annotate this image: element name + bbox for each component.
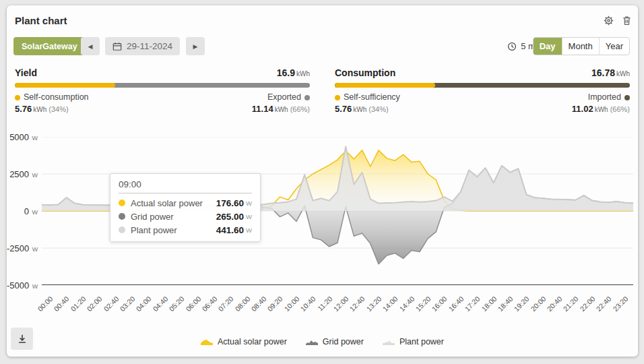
prev-day-button[interactable]: ◀ bbox=[81, 37, 100, 55]
tooltip-row: Plant power441.60W bbox=[110, 223, 260, 237]
consumption-left-value: 5.76kWh(34%) bbox=[335, 104, 389, 114]
y-tick-label: 2500 W bbox=[7, 168, 38, 180]
yield-split-bar bbox=[15, 83, 310, 88]
legend-item-grid[interactable]: Grid power bbox=[306, 337, 364, 346]
y-tick-label: -5000 W bbox=[7, 279, 38, 291]
next-day-button[interactable]: ▶ bbox=[186, 37, 205, 55]
summary-section: Yield 16.9kWh Self-consumption Exported … bbox=[15, 67, 630, 114]
consumption-left-label: Self-sufficiency bbox=[335, 92, 400, 102]
date-picker-button[interactable]: 29-11-2024 bbox=[105, 37, 180, 55]
tooltip-row: Actual solar power176.60W bbox=[110, 196, 260, 210]
consumption-right-value: 11.02kWh(66%) bbox=[572, 104, 630, 114]
tab-year[interactable]: Year bbox=[599, 38, 629, 55]
download-icon bbox=[16, 333, 28, 345]
page-title: Plant chart bbox=[15, 15, 67, 26]
y-axis-labels: 5000 W2500 W0 W-2500 W-5000 W bbox=[7, 137, 38, 285]
yield-summary: Yield 16.9kWh Self-consumption Exported … bbox=[15, 67, 310, 114]
legend-item-solar[interactable]: Actual solar power bbox=[201, 337, 287, 346]
download-button[interactable] bbox=[11, 328, 33, 350]
yield-title: Yield bbox=[15, 67, 37, 78]
yield-right-label: Exported bbox=[267, 92, 310, 102]
y-tick-label: 0 W bbox=[7, 205, 38, 217]
gear-icon[interactable] bbox=[602, 14, 614, 26]
y-tick-label: 5000 W bbox=[7, 131, 38, 143]
yield-total: 16.9kWh bbox=[277, 67, 310, 78]
tooltip-time: 09:00 bbox=[119, 179, 252, 193]
solar-area-icon bbox=[201, 338, 213, 346]
consumption-summary: Consumption 16.78kWh Self-sufficiency Im… bbox=[335, 67, 630, 114]
yield-left-value: 5.76kWh(34%) bbox=[15, 104, 69, 114]
consumption-total: 16.78kWh bbox=[591, 67, 630, 78]
clock-icon bbox=[507, 42, 517, 51]
yield-left-label: Self-consumption bbox=[15, 92, 89, 102]
date-value: 29-11-2024 bbox=[127, 41, 172, 51]
chart-tooltip: 09:00 Actual solar power176.60WGrid powe… bbox=[110, 173, 261, 242]
y-tick-label: -2500 W bbox=[7, 242, 38, 254]
tooltip-row: Grid power265.00W bbox=[110, 210, 260, 223]
tab-month[interactable]: Month bbox=[562, 38, 599, 55]
trash-icon[interactable] bbox=[620, 14, 633, 26]
plant-area-icon bbox=[383, 338, 395, 346]
gateway-button[interactable]: SolarGateway bbox=[13, 37, 86, 55]
calendar-icon bbox=[112, 42, 122, 51]
tab-day[interactable]: Day bbox=[534, 38, 562, 55]
consumption-title: Consumption bbox=[335, 67, 395, 78]
plant-chart-card: Plant chart SolarGateway ◀ 29-11-2024 ▶ bbox=[7, 5, 638, 357]
view-tabs: Day Month Year bbox=[533, 37, 630, 55]
consumption-split-bar bbox=[335, 83, 630, 88]
header-actions bbox=[602, 14, 633, 26]
legend-item-plant[interactable]: Plant power bbox=[383, 337, 444, 346]
yield-right-value: 11.14kWh(66%) bbox=[252, 104, 310, 114]
chart-legend: Actual solar power Grid power Plant powe… bbox=[7, 337, 638, 346]
x-axis-labels: 00:0000:4001:2002:0002:4003:2004:0004:40… bbox=[42, 289, 633, 322]
consumption-right-label: Imported bbox=[588, 92, 630, 102]
grid-area-icon bbox=[306, 338, 318, 346]
